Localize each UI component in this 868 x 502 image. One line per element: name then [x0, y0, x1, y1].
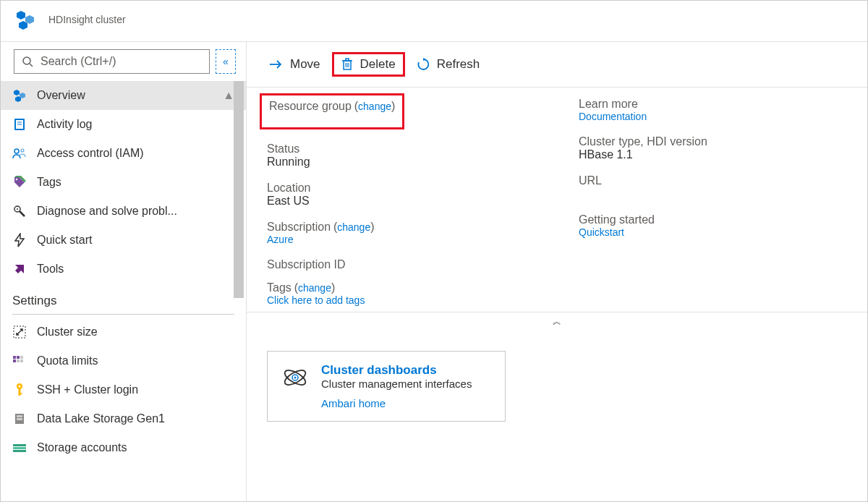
status-label: Status: [267, 142, 535, 156]
svg-point-13: [21, 149, 24, 152]
refresh-button[interactable]: Refresh: [409, 54, 488, 75]
cluster-type-value: HBase 1.1: [579, 148, 847, 161]
svg-marker-2: [19, 21, 27, 30]
svg-point-26: [19, 386, 21, 388]
subscription-change-link[interactable]: change: [337, 221, 370, 233]
delete-button[interactable]: Delete: [332, 52, 405, 77]
url-value: [579, 187, 847, 200]
subscription-value[interactable]: Azure: [267, 234, 535, 245]
nav-label: Quota limits: [37, 354, 98, 367]
key-icon: [12, 383, 27, 397]
nav-item-data-lake[interactable]: Data Lake Storage Gen1: [1, 404, 246, 433]
chevron-up-double-icon: ︽: [553, 316, 561, 326]
status-value: Running: [267, 156, 535, 169]
tags-label: Tags: [267, 281, 292, 294]
log-icon: [12, 117, 27, 132]
url-label: URL: [579, 174, 847, 187]
svg-marker-0: [17, 11, 25, 20]
nav-item-access-control[interactable]: Access control (IAM): [1, 139, 246, 168]
hdinsight-logo-icon: [14, 8, 37, 31]
quickstart-icon: [12, 233, 27, 247]
svg-point-3: [23, 57, 30, 64]
nav-label: Storage accounts: [37, 441, 127, 454]
svg-point-12: [14, 149, 19, 153]
accounts-icon: [12, 441, 27, 455]
nav-item-overview[interactable]: Overview ▲: [1, 81, 246, 110]
search-placeholder: Search (Ctrl+/): [41, 55, 116, 68]
nav-label: Quick start: [37, 234, 92, 247]
nav-item-tags[interactable]: Tags: [1, 168, 246, 197]
settings-section-label: Settings: [1, 284, 246, 311]
svg-rect-33: [13, 447, 26, 449]
nav-label: Diagnose and solve probl...: [37, 205, 177, 218]
cluster-dashboards-card[interactable]: Cluster dashboards Cluster management in…: [267, 351, 506, 422]
move-label: Move: [290, 57, 320, 72]
resize-icon: [12, 325, 27, 339]
delete-label: Delete: [360, 57, 396, 72]
divider: [12, 314, 234, 315]
resource-group-change-link[interactable]: change: [358, 101, 391, 112]
refresh-icon: [417, 58, 430, 71]
svg-marker-5: [14, 90, 20, 95]
nav-label: Overview: [37, 89, 85, 102]
svg-rect-24: [20, 360, 23, 362]
nav-label: Access control (IAM): [37, 147, 144, 160]
add-tags-link[interactable]: Click here to add tags: [267, 294, 847, 306]
cluster-icon: [12, 88, 27, 103]
nav-item-storage-accounts[interactable]: Storage accounts: [1, 433, 246, 462]
storage-icon: [12, 412, 27, 426]
tags-icon: [12, 175, 27, 190]
learn-more-label: Learn more: [579, 98, 847, 111]
svg-rect-20: [17, 356, 20, 359]
nav-label: Data Lake Storage Gen1: [37, 412, 165, 425]
card-title: Cluster dashboards: [321, 363, 472, 378]
cluster-type-field: Cluster type, HDI version HBase 1.1: [579, 135, 847, 161]
svg-rect-38: [346, 59, 349, 61]
subscription-label: Subscription: [267, 221, 331, 233]
svg-rect-21: [20, 356, 23, 359]
nav-label: Tools: [37, 263, 64, 276]
nav-label: Tags: [37, 176, 61, 189]
search-input[interactable]: Search (Ctrl+/): [14, 49, 210, 74]
quota-icon: [12, 354, 27, 368]
nav-item-activity-log[interactable]: Activity log: [1, 110, 246, 139]
cluster-type-label: Cluster type, HDI version: [579, 135, 847, 148]
subscription-field: Subscription (change) Azure: [267, 221, 535, 245]
collapse-sidebar-button[interactable]: «: [216, 49, 236, 74]
learn-more-field: Learn more Documentation: [579, 98, 847, 122]
location-label: Location: [267, 182, 535, 195]
svg-rect-22: [13, 360, 16, 362]
nav-label: SSH + Cluster login: [37, 383, 138, 396]
nav-item-tools[interactable]: Tools: [1, 255, 246, 284]
nav-item-ssh-login[interactable]: SSH + Cluster login: [1, 375, 246, 404]
svg-point-14: [16, 179, 18, 181]
getting-started-label: Getting started: [579, 213, 847, 226]
resource-group-field: Resource group (change): [269, 100, 395, 113]
nav-item-diagnose[interactable]: Diagnose and solve probl...: [1, 197, 246, 226]
subscription-id-label: Subscription ID: [267, 258, 535, 271]
resource-group-highlight: Resource group (change): [260, 93, 404, 129]
nav-label: Activity log: [37, 118, 92, 131]
quickstart-link[interactable]: Quickstart: [579, 226, 847, 238]
svg-rect-30: [17, 415, 22, 417]
tags-change-link[interactable]: change: [298, 282, 331, 294]
svg-rect-28: [19, 393, 22, 394]
tags-field: Tags (change) Click here to add tags: [267, 281, 847, 306]
svg-rect-27: [19, 388, 21, 396]
documentation-link[interactable]: Documentation: [579, 111, 847, 122]
nav-item-quota-limits[interactable]: Quota limits: [1, 346, 246, 375]
nav-item-quick-start[interactable]: Quick start: [1, 226, 246, 255]
getting-started-field: Getting started Quickstart: [579, 213, 847, 238]
tools-icon: [12, 262, 27, 276]
nav-label: Cluster size: [37, 326, 98, 339]
card-subtitle: Cluster management interfaces: [321, 378, 472, 390]
sidebar: Search (Ctrl+/) « Overview ▲ Activity lo…: [1, 42, 247, 502]
svg-line-4: [30, 64, 33, 67]
nav-scrollbar[interactable]: [231, 81, 246, 502]
nav-item-cluster-size[interactable]: Cluster size: [1, 318, 246, 346]
svg-rect-31: [17, 418, 22, 420]
collapse-details-button[interactable]: ︽: [247, 312, 867, 331]
iam-icon: [12, 146, 27, 161]
ambari-home-link[interactable]: Ambari home: [321, 397, 386, 409]
move-button[interactable]: Move: [261, 54, 328, 75]
